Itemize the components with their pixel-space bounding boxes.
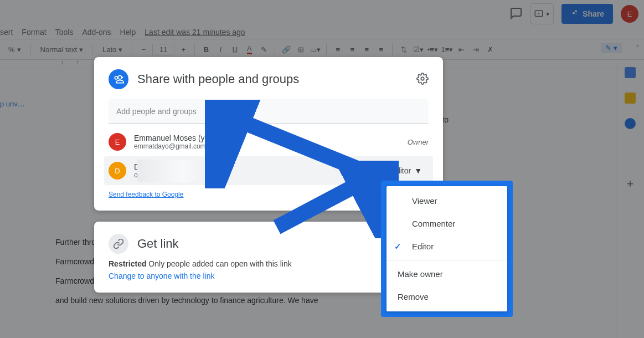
svg-line-3 (277, 175, 377, 227)
role-option-commenter[interactable]: Commenter (387, 212, 507, 235)
share-settings-icon[interactable] (416, 73, 429, 86)
role-option-viewer[interactable]: Viewer (387, 190, 507, 212)
getlink-title: Get link (137, 237, 179, 251)
role-menu-highlight: Viewer Commenter Editor Make owner Remov… (381, 181, 513, 317)
role-option-remove[interactable]: Remove (387, 285, 507, 308)
people-icon (109, 69, 128, 89)
arrow-annotation (260, 161, 399, 238)
svg-point-1 (421, 77, 424, 80)
person-name: Emmanuel Moses (you) (134, 134, 216, 142)
share-dialog-title: Share with people and groups (137, 72, 299, 86)
feedback-link[interactable]: Send feedback to Google (109, 191, 183, 198)
role-option-makeowner[interactable]: Make owner (387, 263, 507, 285)
link-icon (109, 234, 128, 254)
menu-separator (387, 260, 507, 260)
role-menu: Viewer Commenter Editor Make owner Remov… (387, 186, 507, 311)
change-link-access[interactable]: Change to anyone with the link (109, 272, 214, 280)
owner-role-label: Owner (408, 138, 429, 146)
avatar: D (109, 162, 126, 180)
person-email: emmatdayo@gmail.com (134, 142, 216, 150)
chevron-down-icon: ▼ (414, 166, 422, 175)
role-option-editor[interactable]: Editor (387, 235, 507, 258)
avatar: E (109, 133, 126, 151)
